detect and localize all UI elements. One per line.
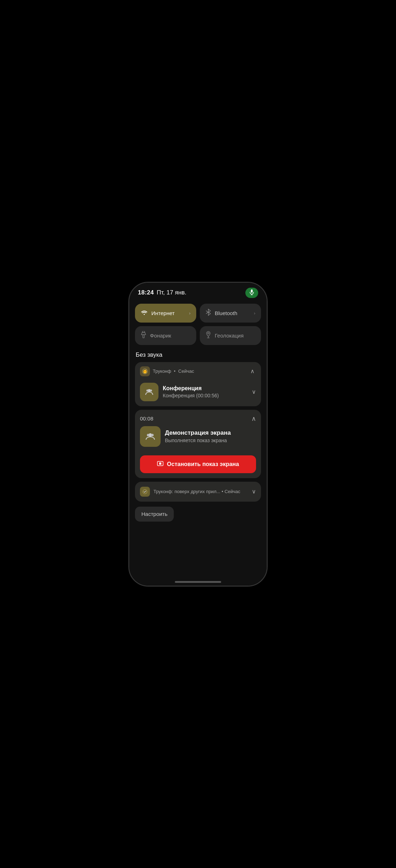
svg-rect-4 xyxy=(143,335,144,338)
quick-tiles: Интернет › Bluetooth › xyxy=(129,301,267,349)
status-time: 18:24 xyxy=(138,289,154,296)
collapse-screen-share-button[interactable]: ∧ xyxy=(251,415,256,423)
expand-call-content-icon: ∨ xyxy=(252,388,256,395)
notif-app-name-call: Труконф • Сейчас xyxy=(153,368,246,374)
overlay-app-icon xyxy=(140,487,150,497)
location-icon xyxy=(205,331,211,340)
call-text: Конференция Конференция (00:00:56) xyxy=(163,385,248,398)
screen-share-header: 00:08 ∧ xyxy=(135,410,261,426)
chevron-right-bluetooth-icon: › xyxy=(254,310,255,316)
section-label: Без звука xyxy=(135,351,261,359)
svg-rect-0 xyxy=(251,289,253,293)
tile-bluetooth-label: Bluetooth xyxy=(215,310,250,316)
svg-text:✊: ✊ xyxy=(143,369,147,374)
overlay-text: Труконф: поверх других прил... • Сейчас xyxy=(153,489,248,494)
stop-share-label: Остановить показ экрана xyxy=(167,461,239,467)
notification-panel: Без звука ✊ Труконф • Сейчас xyxy=(129,349,267,586)
notif-trukonf-call[interactable]: ✊ Труконф • Сейчас ∧ xyxy=(135,362,261,406)
tile-geolocation-label: Геолокация xyxy=(215,333,255,339)
screen-share-subtitle: Выполняется показ экрана xyxy=(165,438,256,443)
phone-screen: 18:24 Пт, 17 янв. xyxy=(129,283,267,586)
tile-internet-label: Интернет xyxy=(151,310,186,316)
tile-flashlight[interactable]: Фонарик xyxy=(135,326,196,345)
chevron-right-icon: › xyxy=(189,310,191,316)
tile-flashlight-label: Фонарик xyxy=(150,333,191,339)
status-date: Пт, 17 янв. xyxy=(157,289,187,296)
call-title: Конференция xyxy=(163,385,248,392)
screen-share-text: Демонстрация экрана Выполняется показ эк… xyxy=(165,429,256,443)
microphone-icon xyxy=(250,289,254,296)
svg-rect-17 xyxy=(159,462,161,465)
screen-share-timer: 00:08 xyxy=(140,415,251,422)
phone-frame: 18:24 Пт, 17 янв. xyxy=(129,282,267,586)
screen-share-title: Демонстрация экрана xyxy=(165,429,256,436)
screen-share-avatar xyxy=(140,426,161,447)
notif-screen-share[interactable]: 00:08 ∧ Демонстрация экрана В xyxy=(135,410,261,478)
notif-header-call: ✊ Труконф • Сейчас ∧ xyxy=(135,362,261,381)
stop-share-icon xyxy=(157,460,163,468)
home-indicator[interactable] xyxy=(175,581,221,583)
mic-pill xyxy=(245,288,258,298)
svg-point-14 xyxy=(147,434,150,436)
flashlight-icon xyxy=(141,331,146,340)
customize-label: Настроить xyxy=(141,511,167,517)
call-avatar xyxy=(140,383,158,401)
svg-point-5 xyxy=(208,333,209,334)
customize-button[interactable]: Настроить xyxy=(135,507,174,522)
notif-content-call: Конференция Конференция (00:00:56) ∨ xyxy=(135,381,261,406)
svg-point-12 xyxy=(150,389,152,392)
status-right xyxy=(245,288,258,298)
notif-trukonf-overlay[interactable]: Труконф: поверх других прил... • Сейчас … xyxy=(135,482,261,502)
bluetooth-icon xyxy=(205,309,211,318)
expand-call-notif-button[interactable]: ∧ xyxy=(249,366,256,376)
svg-point-11 xyxy=(146,389,148,392)
trukonf-call-app-icon: ✊ xyxy=(140,366,150,376)
tile-geolocation[interactable]: Геолокация xyxy=(200,326,261,345)
wifi-icon xyxy=(141,309,148,317)
call-subtitle: Конференция (00:00:56) xyxy=(163,393,248,398)
stop-screen-share-button[interactable]: Остановить показ экрана xyxy=(140,455,256,473)
tile-internet[interactable]: Интернет › xyxy=(135,304,196,323)
status-bar: 18:24 Пт, 17 янв. xyxy=(129,283,267,301)
tile-bluetooth[interactable]: Bluetooth › xyxy=(200,304,261,323)
screen-share-content: Демонстрация экрана Выполняется показ эк… xyxy=(135,426,261,452)
expand-overlay-button[interactable]: ∨ xyxy=(252,488,256,495)
svg-point-15 xyxy=(151,434,154,436)
